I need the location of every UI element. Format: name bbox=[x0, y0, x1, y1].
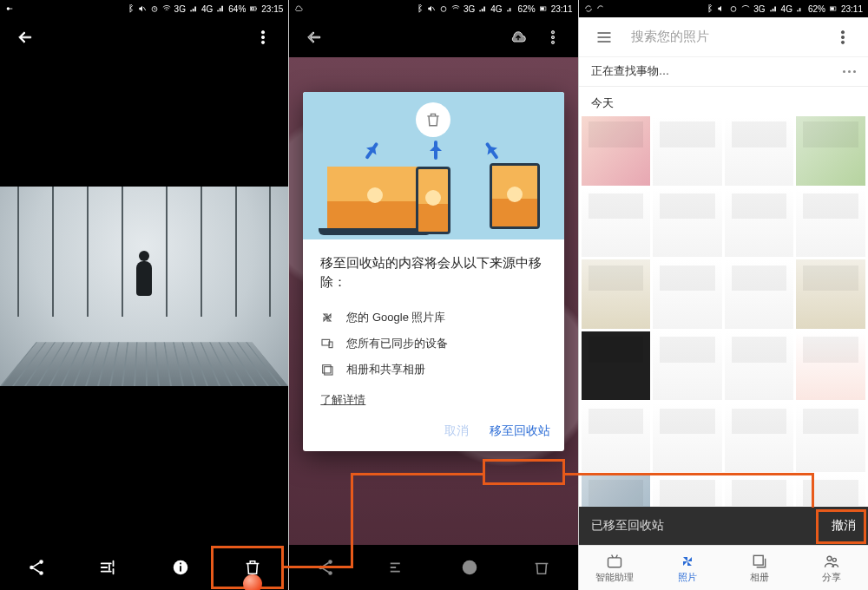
status-bar: 3G 4G 62% 23:11 bbox=[289, 0, 577, 17]
svg-point-35 bbox=[841, 36, 844, 38]
back-button[interactable] bbox=[10, 23, 40, 52]
share-icon bbox=[27, 558, 46, 577]
photo-thumb[interactable] bbox=[796, 188, 865, 258]
menu-button[interactable] bbox=[589, 23, 619, 52]
photo-thumb[interactable] bbox=[653, 259, 722, 329]
tune-icon bbox=[99, 558, 118, 577]
photo-thumb[interactable] bbox=[796, 116, 865, 186]
dialog-confirm-button[interactable]: 移至回收站 bbox=[490, 423, 550, 439]
status-bar: 3G 4G 62% 23:11 bbox=[579, 0, 868, 17]
delete-button[interactable] bbox=[238, 553, 267, 582]
bluetooth-icon bbox=[126, 4, 135, 13]
photo-thumb[interactable] bbox=[725, 116, 794, 186]
nav-label: 照片 bbox=[678, 572, 697, 584]
svg-point-31 bbox=[731, 7, 736, 12]
more-vert-icon bbox=[544, 29, 562, 46]
photo-thumb[interactable] bbox=[582, 188, 651, 258]
photo-action-bar bbox=[0, 545, 288, 590]
photo-thumb[interactable] bbox=[796, 259, 865, 329]
svg-rect-15 bbox=[180, 563, 181, 565]
dialog-item-label: 您所有已同步的设备 bbox=[346, 336, 448, 351]
edit-button[interactable] bbox=[94, 553, 123, 582]
photo-thumb[interactable] bbox=[653, 116, 722, 186]
nav-photos[interactable]: 照片 bbox=[651, 546, 723, 590]
info-button[interactable] bbox=[166, 553, 195, 582]
mute-icon bbox=[138, 4, 147, 13]
search-input[interactable]: 搜索您的照片 bbox=[619, 29, 828, 45]
signal2-icon bbox=[506, 4, 515, 13]
svg-rect-33 bbox=[831, 7, 834, 10]
photo-thumb[interactable] bbox=[725, 403, 794, 472]
dialog-cancel-button[interactable]: 取消 bbox=[444, 423, 469, 439]
photo-thumb[interactable] bbox=[653, 331, 722, 401]
nav-label: 相册 bbox=[750, 572, 769, 584]
arrow-left-icon bbox=[306, 29, 323, 46]
wifi-icon bbox=[162, 4, 171, 13]
photo-thumb[interactable] bbox=[653, 188, 722, 258]
cloud-upload-button[interactable] bbox=[503, 23, 533, 52]
share-icon bbox=[316, 558, 335, 577]
nav-sharing[interactable]: 分享 bbox=[796, 546, 868, 590]
snackbar-undo-button[interactable]: 撤消 bbox=[832, 518, 856, 534]
pinwheel-icon bbox=[320, 311, 334, 324]
section-header-today: 今天 bbox=[579, 87, 868, 116]
bluetooth-icon bbox=[705, 4, 713, 13]
alarm-icon bbox=[729, 4, 738, 13]
photo-thumb[interactable] bbox=[796, 403, 865, 472]
back-button[interactable] bbox=[299, 23, 329, 52]
delete-button bbox=[527, 553, 556, 582]
albums-icon bbox=[751, 553, 768, 570]
finding-bar: 正在查找事物… bbox=[579, 57, 868, 87]
mute-icon bbox=[717, 4, 726, 13]
svg-point-7 bbox=[262, 31, 265, 34]
photo-thumb[interactable] bbox=[582, 259, 651, 329]
photo-thumb[interactable] bbox=[725, 188, 794, 258]
overflow-button[interactable] bbox=[538, 23, 568, 52]
svg-rect-14 bbox=[180, 566, 181, 571]
nav-assistant[interactable]: 智能助理 bbox=[579, 546, 651, 590]
signal-label: 4G bbox=[781, 4, 792, 14]
photo-grid[interactable] bbox=[579, 116, 868, 544]
tune-icon bbox=[388, 558, 407, 577]
info-icon bbox=[460, 558, 479, 577]
dialog-item-library: 您的 Google 照片库 bbox=[320, 305, 546, 331]
photo-thumb[interactable] bbox=[725, 331, 794, 401]
learn-more-link[interactable]: 了解详情 bbox=[320, 393, 365, 408]
photo-thumb[interactable] bbox=[582, 116, 651, 186]
screen-delete-dialog: 3G 4G 62% 23:11 bbox=[289, 0, 578, 590]
battery-pct: 62% bbox=[518, 4, 536, 14]
svg-point-34 bbox=[841, 30, 844, 33]
photo-thumb[interactable] bbox=[796, 331, 865, 401]
overflow-button[interactable] bbox=[248, 23, 278, 52]
photo-thumb[interactable] bbox=[653, 403, 722, 472]
svg-point-39 bbox=[827, 556, 832, 560]
sync2-icon bbox=[596, 4, 605, 13]
svg-rect-38 bbox=[753, 555, 763, 565]
snackbar-message: 已移至回收站 bbox=[591, 518, 664, 534]
clock: 23:11 bbox=[551, 4, 573, 14]
svg-point-17 bbox=[441, 7, 446, 12]
photo-thumb[interactable] bbox=[582, 403, 651, 472]
info-icon bbox=[171, 558, 190, 577]
svg-rect-37 bbox=[608, 557, 621, 567]
svg-point-26 bbox=[463, 560, 477, 575]
photo-viewport[interactable] bbox=[0, 187, 288, 386]
dialog-item-label: 相册和共享相册 bbox=[346, 362, 425, 377]
photo-thumb[interactable] bbox=[582, 331, 651, 401]
nav-albums[interactable]: 相册 bbox=[723, 546, 795, 590]
key-icon bbox=[5, 4, 14, 13]
screen-photo-viewer: 3G 4G 64% 23:15 bbox=[0, 0, 289, 590]
signal-icon bbox=[769, 4, 778, 13]
network-label: 3G bbox=[464, 4, 475, 14]
signal2-icon bbox=[796, 4, 805, 13]
share-button[interactable] bbox=[22, 553, 51, 582]
signal-icon bbox=[478, 4, 487, 13]
move-to-trash-dialog: 移至回收站的内容将会从以下来源中移除： 您的 Google 照片库 您所有已同步… bbox=[303, 92, 563, 451]
overflow-button[interactable] bbox=[828, 23, 858, 52]
hamburger-icon bbox=[595, 29, 613, 46]
photo-thumb[interactable] bbox=[725, 259, 794, 329]
album-icon bbox=[320, 363, 334, 377]
share-button bbox=[311, 553, 340, 582]
cloud-upload-icon bbox=[510, 29, 527, 46]
signal2-icon bbox=[216, 4, 225, 13]
